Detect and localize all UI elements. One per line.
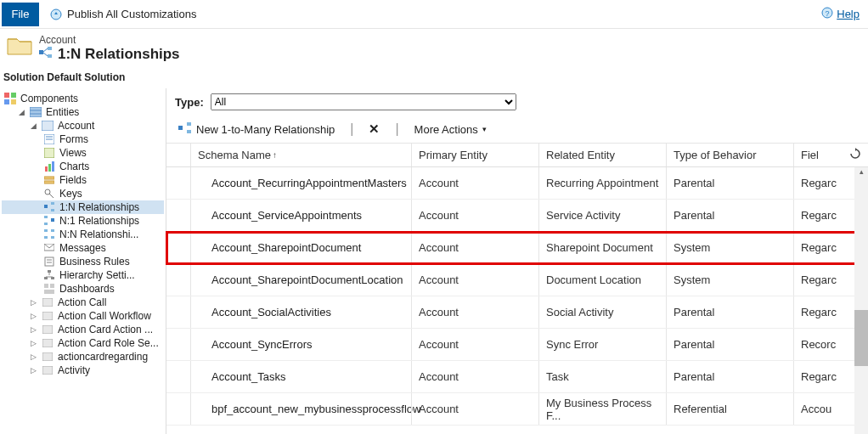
tree-action-call[interactable]: ▷Action Call <box>2 296 164 309</box>
tree-dashboards[interactable]: Dashboards <box>2 282 164 296</box>
delete-button[interactable]: ✕ <box>365 120 383 138</box>
svg-rect-51 <box>42 325 53 334</box>
file-menu-button[interactable]: File <box>2 3 39 26</box>
delete-icon: ✕ <box>369 121 380 137</box>
column-schema-name[interactable]: Schema Name↑ <box>190 144 411 166</box>
help-link[interactable]: ? Help <box>821 7 860 21</box>
svg-rect-24 <box>44 181 54 183</box>
expand-icon[interactable]: ▷ <box>29 325 37 334</box>
type-select[interactable]: All <box>211 93 516 110</box>
checkbox-column[interactable] <box>166 144 190 166</box>
relationship-icon <box>42 228 56 240</box>
cell-field: Regarc <box>793 296 836 328</box>
cell-related: Document Location <box>538 264 666 296</box>
tree-actioncardregarding[interactable]: ▷actioncardregarding <box>2 350 164 364</box>
column-related-entity[interactable]: Related Entity <box>538 144 666 166</box>
cell-related: Sync Error <box>538 329 666 360</box>
messages-icon <box>42 242 56 254</box>
svg-rect-47 <box>50 284 54 288</box>
cell-primary: Account <box>411 232 538 263</box>
type-label: Type: <box>175 96 204 109</box>
svg-rect-41 <box>48 270 51 273</box>
publish-all-label: Publish All Customizations <box>67 8 196 20</box>
charts-icon <box>42 161 56 172</box>
table-row[interactable]: Account_SocialActivitiesAccountSocial Ac… <box>166 296 868 329</box>
cell-schema: Account_SocialActivities <box>190 296 411 328</box>
solution-title: Solution Default Solution <box>0 70 868 88</box>
table-row[interactable]: Account_ServiceAppointmentsAccountServic… <box>166 200 868 232</box>
tree-messages[interactable]: Messages <box>2 241 164 255</box>
business-rules-icon <box>42 256 56 268</box>
page-title: 1:N Relationships <box>58 46 180 63</box>
folder-icon <box>7 34 32 59</box>
tree-account[interactable]: ◢Account <box>2 119 164 132</box>
tree-entities[interactable]: ◢Entities <box>2 105 164 119</box>
cell-type: Parental <box>666 167 793 199</box>
tree-business-rules[interactable]: Business Rules <box>2 255 164 268</box>
tree-1n-relationships[interactable]: 1:N Relationships <box>2 200 164 214</box>
cell-schema: Account_RecurringAppointmentMasters <box>190 167 411 199</box>
cell-schema: bpf_account_new_mybusinessprocessflow <box>190 393 411 425</box>
expand-icon[interactable]: ▷ <box>29 298 37 307</box>
collapse-icon[interactable]: ◢ <box>17 108 25 116</box>
cell-schema: Account_SyncErrors <box>190 329 411 360</box>
tree-action-card-role[interactable]: ▷Action Card Role Se... <box>2 336 164 350</box>
table-row[interactable]: Account_RecurringAppointmentMastersAccou… <box>166 167 868 200</box>
tree-views[interactable]: Views <box>2 146 164 160</box>
cell-primary: Account <box>411 329 538 360</box>
svg-rect-10 <box>4 99 9 104</box>
scroll-thumb[interactable] <box>854 310 868 366</box>
cell-type: Parental <box>666 361 793 392</box>
vertical-scrollbar[interactable]: ▴ <box>854 167 868 434</box>
tree-action-card-action[interactable]: ▷Action Card Action ... <box>2 323 164 336</box>
tree-forms[interactable]: Forms <box>2 132 164 146</box>
svg-rect-30 <box>51 218 54 222</box>
expand-icon[interactable]: ▷ <box>29 312 37 320</box>
expand-icon[interactable]: ▷ <box>29 352 37 361</box>
cell-schema: Account_ServiceAppointments <box>190 200 411 231</box>
refresh-button[interactable] <box>849 148 861 162</box>
cell-related: Recurring Appointment <box>538 167 666 199</box>
entities-icon <box>29 106 42 118</box>
tree-charts[interactable]: Charts <box>2 160 164 173</box>
svg-rect-15 <box>42 121 54 131</box>
tree-components[interactable]: Components <box>2 92 164 105</box>
fields-icon <box>42 174 56 186</box>
svg-rect-12 <box>30 107 42 117</box>
table-row[interactable]: Account_SharepointDocumentLocationAccoun… <box>166 264 868 296</box>
cell-primary: Account <box>411 393 538 425</box>
tree-action-call-workflow[interactable]: ▷Action Call Workflow <box>2 309 164 323</box>
table-row[interactable]: Account_SyncErrorsAccountSync ErrorParen… <box>166 329 868 361</box>
tree-fields[interactable]: Fields <box>2 173 164 187</box>
new-relationship-button[interactable]: New 1-to-Many Relationship <box>175 121 338 138</box>
svg-line-6 <box>43 48 48 52</box>
column-field[interactable]: Fiel <box>793 144 836 166</box>
svg-rect-3 <box>39 50 43 54</box>
svg-rect-9 <box>11 93 16 98</box>
cell-type: System <box>666 232 793 263</box>
column-primary-entity[interactable]: Primary Entity <box>411 144 538 166</box>
table-row[interactable]: Account_SharepointDocumentAccountSharepo… <box>166 232 868 264</box>
publish-all-button[interactable]: Publish All Customizations <box>49 8 196 21</box>
svg-rect-54 <box>42 366 53 375</box>
cell-field: Regarc <box>793 361 836 392</box>
svg-rect-32 <box>44 223 48 225</box>
scroll-up-icon[interactable]: ▴ <box>854 167 868 181</box>
svg-rect-49 <box>42 298 53 307</box>
svg-rect-31 <box>44 216 48 218</box>
collapse-icon[interactable]: ◢ <box>29 121 37 130</box>
svg-rect-27 <box>44 205 48 208</box>
table-row[interactable]: bpf_account_new_mybusinessprocessflowAcc… <box>166 393 868 426</box>
column-type-behavior[interactable]: Type of Behavior <box>666 144 793 166</box>
tree-hierarchy[interactable]: Hierarchy Setti... <box>2 268 164 282</box>
tree-nn-relationships[interactable]: N:N Relationshi... <box>2 228 164 241</box>
more-actions-button[interactable]: More Actions▾ <box>411 121 490 138</box>
tree-n1-relationships[interactable]: N:1 Relationships <box>2 214 164 228</box>
svg-rect-36 <box>51 236 54 239</box>
table-row[interactable]: Account_TasksAccountTaskParentalRegarc <box>166 361 868 393</box>
cell-field: Regarc <box>793 167 836 199</box>
tree-activity[interactable]: ▷Activity <box>2 364 164 377</box>
tree-keys[interactable]: Keys <box>2 187 164 200</box>
expand-icon[interactable]: ▷ <box>29 339 37 347</box>
expand-icon[interactable]: ▷ <box>29 366 37 375</box>
